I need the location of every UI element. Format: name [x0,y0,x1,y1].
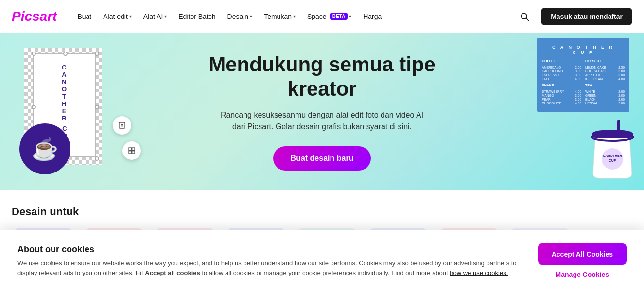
hero-title: Mendukung semua tipe kreator [201,52,444,102]
svg-rect-11 [617,120,620,137]
hero-cta-button[interactable]: Buat desain baru [273,146,371,171]
nav-item-buat[interactable]: Buat [72,10,96,23]
cookie-text: About our cookies We use cookies to ensu… [17,244,519,277]
nav-item-space[interactable]: Space BETA ▾ [302,10,356,23]
svg-text:CUP: CUP [609,159,616,162]
coffee-cup-right: CANOTHER CUP [586,120,639,185]
cookie-overlay: About our cookies We use cookies to ensu… [0,230,644,283]
svg-line-1 [526,18,529,20]
beta-badge: BETA [330,13,348,20]
search-button[interactable] [516,8,533,25]
nav-item-alat-edit[interactable]: Alat edit ▾ [98,10,137,23]
cookie-link[interactable]: how we use cookies. [450,269,508,276]
nav-item-editor-batch[interactable]: Editor Batch [174,10,220,23]
accept-cookies-button[interactable]: Accept All Cookies [538,243,627,265]
svg-rect-6 [132,151,135,154]
hero-left-graphic: C A N O T H E R C U P [0,33,156,190]
cookie-body: We use cookies to ensure our website wor… [17,258,519,277]
menu-card: C A N O T H E RC U P COFFEE AMERICANO2.5… [537,38,629,112]
nav-item-desain[interactable]: Desain ▾ [223,10,258,23]
search-icon [520,12,529,21]
nav-right: Masuk atau mendaftar [516,8,632,25]
chevron-icon: ▾ [250,14,252,19]
cookie-banner: About our cookies We use cookies to ensu… [0,230,644,283]
svg-rect-3 [129,148,131,150]
nav-links: Buat Alat edit ▾ Alat AI ▾ Editor Batch … [72,10,516,23]
chevron-icon: ▾ [293,14,296,19]
login-button[interactable]: Masuk atau mendaftar [541,8,632,25]
section-title: Desain untuk [12,206,632,218]
svg-rect-4 [132,148,135,150]
svg-rect-5 [129,151,131,154]
hero-right-graphic: C A N O T H E RC U P COFFEE AMERICANO2.5… [537,33,644,190]
tool-button-2[interactable] [122,141,141,160]
hero-section: C A N O T H E R C U P [0,33,644,190]
cup-circle: ☕ [19,123,70,174]
chevron-icon: ▾ [129,14,132,19]
navbar: Picsart Buat Alat edit ▾ Alat AI ▾ Edito… [0,0,644,33]
svg-text:CANOTHER: CANOTHER [603,154,622,157]
cookie-title: About our cookies [17,244,519,255]
logo-text: Picsart [12,9,57,24]
logo[interactable]: Picsart [12,9,57,24]
nav-item-alat-ai[interactable]: Alat AI ▾ [139,10,172,23]
hero-center: Mendukung semua tipe kreator Rancang kes… [201,52,444,171]
hero-subtitle: Rancang kesuksesanmu dengan alat edit fo… [201,109,444,133]
chevron-icon: ▾ [164,14,167,19]
tool-button-1[interactable] [113,116,131,135]
chevron-icon: ▾ [349,14,351,19]
cookie-actions: Accept All Cookies Manage Cookies [538,243,627,278]
nav-item-temukan[interactable]: Temukan ▾ [259,10,300,23]
manage-cookies-button[interactable]: Manage Cookies [556,271,609,278]
nav-item-harga[interactable]: Harga [358,10,386,23]
